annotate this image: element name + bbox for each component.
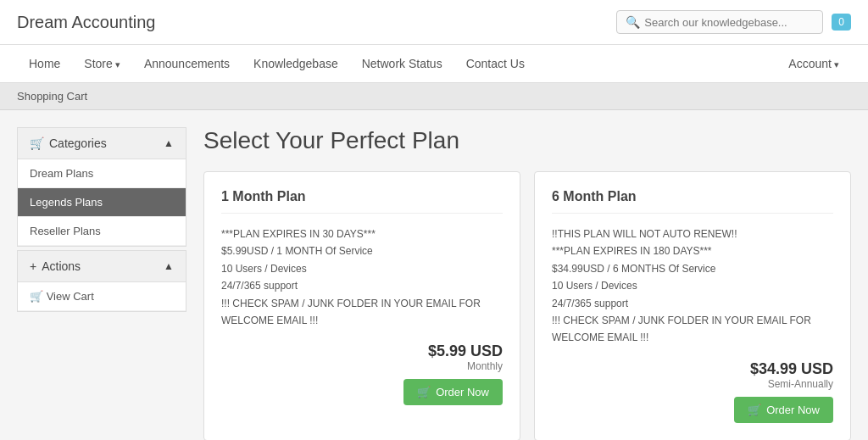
actions-label: Actions — [42, 259, 81, 273]
categories-header[interactable]: 🛒Categories ▲ — [18, 128, 186, 159]
plans-grid: 1 Month Plan ***PLAN EXPIRES IN 30 DAYS*… — [203, 171, 851, 440]
nav-home[interactable]: Home — [17, 45, 72, 82]
plan-cycle-1month: Monthly — [221, 360, 503, 372]
cart-bar-label: Shopping Cart — [17, 90, 87, 103]
order-now-label-1month: Order Now — [436, 386, 489, 398]
nav-account[interactable]: Account — [776, 45, 851, 82]
sidebar: 🛒Categories ▲ Dream Plans Legends Plans … — [17, 127, 186, 315]
view-cart-icon: 🛒 — [30, 290, 47, 303]
main-content: Select Your Perfect Plan 1 Month Plan **… — [203, 127, 851, 440]
categories-section: 🛒Categories ▲ Dream Plans Legends Plans … — [17, 127, 186, 247]
categories-label: Categories — [49, 136, 107, 150]
site-logo: Dream Accounting — [17, 13, 155, 32]
plan-pricing-6month: $34.99 USD Semi-Annually 🛒 Order Now — [552, 360, 833, 423]
sidebar-reseller-plans[interactable]: Reseller Plans — [18, 217, 186, 246]
nav-links: Home Store Announcements Knowledgebase N… — [17, 45, 537, 82]
search-wrap: 🔍 — [616, 10, 823, 34]
main-nav: Home Store Announcements Knowledgebase N… — [0, 45, 868, 83]
actions-chevron: ▲ — [164, 260, 174, 272]
cart-bar: Shopping Cart — [0, 83, 868, 110]
plan-details-6month: !!THIS PLAN WILL NOT AUTO RENEW!! ***PLA… — [552, 226, 833, 347]
plan-card-1month: 1 Month Plan ***PLAN EXPIRES IN 30 DAYS*… — [203, 171, 520, 440]
plan-price-6month: $34.99 USD — [552, 360, 833, 378]
nav-knowledgebase[interactable]: Knowledgebase — [242, 45, 350, 82]
page-title: Select Your Perfect Plan — [203, 127, 851, 154]
nav-announcements[interactable]: Announcements — [132, 45, 242, 82]
search-icon: 🔍 — [626, 15, 640, 29]
sidebar-legends-plans[interactable]: Legends Plans — [18, 188, 186, 217]
order-now-button-1month[interactable]: 🛒 Order Now — [403, 379, 503, 405]
header-right: 🔍 0 — [616, 10, 851, 34]
sidebar-view-cart[interactable]: 🛒 View Cart — [18, 282, 186, 311]
categories-chevron: ▲ — [164, 137, 174, 149]
nav-contact-us[interactable]: Contact Us — [454, 45, 537, 82]
plus-icon: + — [30, 259, 36, 273]
actions-header[interactable]: +Actions ▲ — [18, 251, 186, 282]
plan-pricing-1month: $5.99 USD Monthly 🛒 Order Now — [221, 343, 503, 405]
cart-btn-icon-6month: 🛒 — [748, 404, 761, 416]
cart-btn-icon-1month: 🛒 — [417, 386, 431, 398]
order-now-button-6month[interactable]: 🛒 Order Now — [734, 397, 833, 423]
search-input[interactable] — [644, 16, 814, 29]
plan-title-1month: 1 Month Plan — [221, 189, 503, 214]
cart-count-badge[interactable]: 0 — [832, 14, 851, 31]
cart-icon: 🛒 — [30, 136, 44, 150]
plan-cycle-6month: Semi-Annually — [552, 378, 833, 390]
actions-section: +Actions ▲ 🛒 View Cart — [17, 250, 186, 312]
sidebar-dream-plans[interactable]: Dream Plans — [18, 159, 186, 188]
order-now-label-6month: Order Now — [766, 404, 820, 416]
plan-card-6month: 6 Month Plan !!THIS PLAN WILL NOT AUTO R… — [534, 171, 851, 440]
header: Dream Accounting 🔍 0 — [0, 0, 868, 45]
plan-title-6month: 6 Month Plan — [552, 189, 833, 214]
main-layout: 🛒Categories ▲ Dream Plans Legends Plans … — [0, 110, 868, 440]
plan-price-1month: $5.99 USD — [221, 343, 503, 360]
nav-network-status[interactable]: Network Status — [350, 45, 454, 82]
plan-details-1month: ***PLAN EXPIRES IN 30 DAYS*** $5.99USD /… — [221, 226, 503, 329]
nav-store[interactable]: Store — [72, 45, 132, 82]
